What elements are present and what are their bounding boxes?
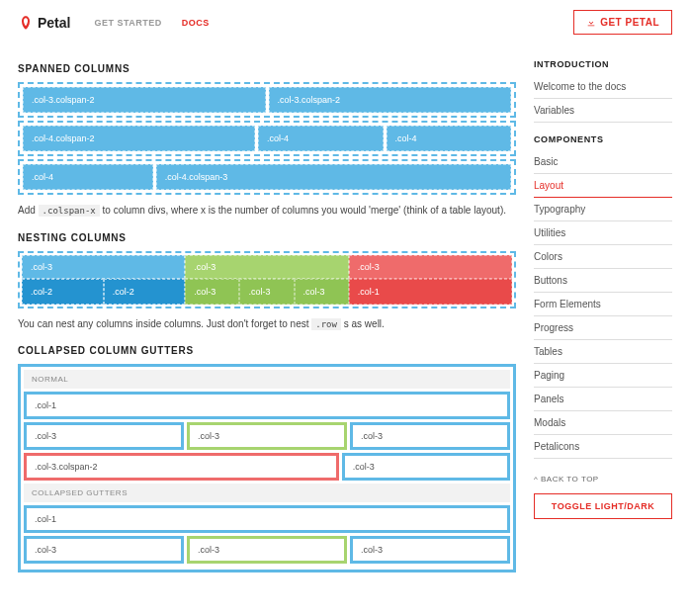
nest-column: .col-3.col-2.col-2 xyxy=(22,255,185,305)
collapsed-cell: .col-3 xyxy=(187,422,347,450)
grid-row: .col-4.col-4.colspan-3 xyxy=(18,159,516,195)
petal-icon xyxy=(18,15,34,31)
nav-docs[interactable]: DOCS xyxy=(182,18,210,28)
nesting-demo: .col-3.col-2.col-2.col-3.col-3.col-3.col… xyxy=(18,251,516,308)
nest-column: .col-3.col-3.col-3.col-3 xyxy=(185,255,348,305)
nest-inner-row: .col-1 xyxy=(349,279,512,305)
main-content: SPANNED COLUMNS .col-3.colspan-2.col-3.c… xyxy=(18,57,516,576)
collapsed-cell: .col-3.colspan-2 xyxy=(24,453,339,481)
nest-head: .col-3 xyxy=(185,255,348,279)
nest-cell: .col-2 xyxy=(104,279,186,305)
section-title-collapsed: COLLAPSED COLUMN GUTTERS xyxy=(18,345,516,356)
section-title-spanned: SPANNED COLUMNS xyxy=(18,63,516,74)
grid-cell: .col-4 xyxy=(23,164,153,190)
toggle-theme-button[interactable]: TOGGLE LIGHT/DARK xyxy=(534,493,672,519)
logo-text: Petal xyxy=(38,15,70,31)
get-petal-button[interactable]: GET PETAL xyxy=(573,10,672,35)
normal-label: NORMAL xyxy=(24,370,510,389)
sidebar-item[interactable]: Welcome to the docs xyxy=(534,75,672,99)
nest-head: .col-3 xyxy=(349,255,512,279)
sidebar-item[interactable]: Tables xyxy=(534,340,672,364)
collapsed-row: .col-1 xyxy=(24,392,510,419)
spanned-description: Add .colspan-x to column divs, where x i… xyxy=(18,203,516,219)
header: Petal GET STARTED DOCS GET PETAL xyxy=(0,0,690,44)
collapsed-cell: .col-3 xyxy=(342,453,510,481)
sidebar-item[interactable]: Progress xyxy=(534,316,672,340)
sidebar-item[interactable]: Colors xyxy=(534,245,672,269)
collapsed-cell: .col-3 xyxy=(24,422,184,450)
nest-cell: .col-3 xyxy=(185,279,239,305)
sidebar-item[interactable]: Form Elements xyxy=(534,293,672,316)
nest-column: .col-3.col-1 xyxy=(349,255,512,305)
collapsed-cell: .col-3 xyxy=(187,536,347,564)
grid-cell: .col-4.colspan-2 xyxy=(23,126,255,151)
grid-cell: .col-3.colspan-2 xyxy=(23,87,266,113)
sidebar-intro-head: INTRODUCTION xyxy=(534,59,672,69)
collapsed-row: .col-3.colspan-2.col-3 xyxy=(24,453,510,481)
grid-row: .col-3.colspan-2.col-3.colspan-2 xyxy=(18,82,516,118)
sidebar-item[interactable]: Basic xyxy=(534,150,672,174)
logo[interactable]: Petal xyxy=(18,15,70,31)
nest-cell: .col-3 xyxy=(295,279,349,305)
sidebar-item[interactable]: Petalicons xyxy=(534,435,672,459)
sidebar-item[interactable]: Typography xyxy=(534,198,672,221)
collapsed-cell: .col-1 xyxy=(24,392,510,419)
back-to-top[interactable]: ^ BACK TO TOP xyxy=(534,475,672,484)
collapsed-row: .col-1 xyxy=(24,505,510,533)
grid-cell: .col-4.colspan-3 xyxy=(156,164,511,190)
nest-inner-row: .col-2.col-2 xyxy=(22,279,185,305)
collapsed-cell: .col-3 xyxy=(350,422,510,450)
sidebar-components-head: COMPONENTS xyxy=(534,134,672,144)
section-title-nesting: NESTING COLUMNS xyxy=(18,232,516,243)
nest-cell: .col-3 xyxy=(239,279,294,305)
collapsed-cell: .col-1 xyxy=(24,505,510,533)
download-icon xyxy=(586,18,596,28)
collapsed-cell: .col-3 xyxy=(350,536,510,564)
sidebar-item[interactable]: Panels xyxy=(534,388,672,411)
nest-cell: .col-2 xyxy=(22,279,104,305)
grid-cell: .col-4 xyxy=(387,126,512,151)
sidebar-item[interactable]: Buttons xyxy=(534,269,672,293)
sidebar-item[interactable]: Paging xyxy=(534,364,672,388)
nesting-description: You can nest any columns inside columns.… xyxy=(18,316,516,332)
sidebar-item[interactable]: Layout xyxy=(534,174,672,198)
grid-cell: .col-4 xyxy=(258,126,384,151)
collapsed-label: COLLAPSED GUTTERS xyxy=(24,484,510,502)
sidebar: INTRODUCTION Welcome to the docsVariable… xyxy=(534,57,672,576)
chevron-up-icon: ^ xyxy=(534,475,538,484)
top-nav: GET STARTED DOCS xyxy=(94,18,209,28)
collapsed-row: .col-3.col-3.col-3 xyxy=(24,422,510,450)
sidebar-item[interactable]: Modals xyxy=(534,411,672,435)
grid-cell: .col-3.colspan-2 xyxy=(269,87,512,113)
sidebar-item[interactable]: Variables xyxy=(534,99,672,123)
collapsed-row: .col-3.col-3.col-3 xyxy=(24,536,510,564)
nest-cell: .col-1 xyxy=(349,279,512,305)
sidebar-item[interactable]: Utilities xyxy=(534,221,672,245)
nest-inner-row: .col-3.col-3.col-3 xyxy=(185,279,348,305)
nav-get-started[interactable]: GET STARTED xyxy=(94,18,161,28)
grid-row: .col-4.colspan-2.col-4.col-4 xyxy=(18,121,516,156)
collapsed-cell: .col-3 xyxy=(24,536,184,564)
collapsed-normal-box: NORMAL .col-1.col-3.col-3.col-3.col-3.co… xyxy=(18,364,516,572)
nest-head: .col-3 xyxy=(22,255,185,279)
